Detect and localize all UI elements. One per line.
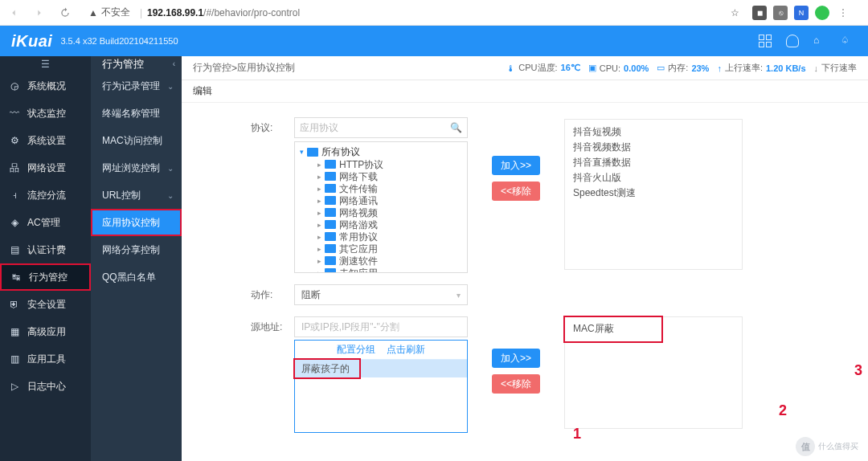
sub-nav-item[interactable]: 网络分享控制 <box>91 236 182 263</box>
annotation-2: 2 <box>779 402 787 419</box>
nav-icon: 品 <box>8 161 21 174</box>
watermark-logo-icon: 值 <box>796 437 815 456</box>
selected-protocols-box[interactable]: 抖音短视频抖音视频数据抖音直播数据抖音火山版Speedtest测速 <box>564 119 743 270</box>
brand-logo: iKuai <box>11 32 52 51</box>
main-nav-item[interactable]: ▷日志中心 <box>0 373 91 400</box>
extension-icon[interactable]: ◼ <box>752 6 767 20</box>
selected-protocol-item[interactable]: Speedtest测速 <box>573 186 734 201</box>
chevron-down-icon: ⌄ <box>167 82 174 91</box>
folder-icon <box>325 184 336 193</box>
extension-icon[interactable]: ⎋ <box>773 6 788 20</box>
source-group-entry[interactable]: 屏蔽孩子的 <box>295 360 467 377</box>
tree-node[interactable]: ▸未知应用 <box>300 267 467 273</box>
folder-icon <box>325 208 336 217</box>
url-path: /#/behavior/pro-control <box>203 7 300 18</box>
nav-icon: ▥ <box>8 353 21 365</box>
main-nav-item[interactable]: ▤认证计费 <box>0 236 91 263</box>
insecure-icon: ▲ 不安全 <box>88 6 130 19</box>
extension-icon[interactable]: N <box>794 6 809 20</box>
grid-icon[interactable] <box>759 35 772 47</box>
source-address-label: 源地址: <box>251 316 294 433</box>
page-title: 编辑 <box>182 80 868 103</box>
tree-node[interactable]: ▸网络游戏 <box>300 218 467 230</box>
source-group-list: 配置分组 点击刷新 屏蔽孩子的 <box>294 340 468 433</box>
main-nav-item[interactable]: ▦高级应用 <box>0 318 91 345</box>
sub-nav-item[interactable]: 网址浏览控制⌄ <box>91 154 182 182</box>
tree-node[interactable]: ▸网络通讯 <box>300 194 467 206</box>
home-icon[interactable]: ⌂ <box>813 35 826 47</box>
tree-node[interactable]: ▸网络下载 <box>300 170 467 182</box>
main-nav-item[interactable]: ⚙系统设置 <box>0 127 91 154</box>
breadcrumb-a[interactable]: 行为管控 <box>193 61 231 75</box>
svg-point-0 <box>842 9 844 10</box>
main-nav-item[interactable]: 品网络设置 <box>0 154 91 182</box>
selected-sources-box[interactable]: MAC屏蔽 <box>564 316 743 429</box>
nav-back-icon[interactable] <box>6 6 21 20</box>
add-protocol-button[interactable]: 加入>> <box>492 156 540 175</box>
protocol-tree[interactable]: ▾所有协议 ▸HTTP协议▸网络下载▸文件传输▸网络通讯▸网络视频▸网络游戏▸常… <box>294 141 468 273</box>
sub-nav-item[interactable]: 终端名称管理 <box>91 100 182 127</box>
sub-nav: 行为管控 ‹ 行为记录管理⌄终端名称管理MAC访问控制网址浏览控制⌄URL控制⌄… <box>91 56 182 461</box>
watermark: 值 什么值得买 <box>796 437 858 456</box>
selected-protocol-item[interactable]: 抖音直播数据 <box>573 155 734 170</box>
reload-icon[interactable] <box>58 6 72 20</box>
main-nav-item[interactable]: ▥应用工具 <box>0 345 91 373</box>
folder-icon <box>325 220 336 229</box>
tree-node[interactable]: ▸常用协议 <box>300 230 467 243</box>
main-nav-item[interactable]: ◶系统概况 <box>0 72 91 100</box>
url-bar[interactable]: ▲ 不安全 | 192.168.99.1/#/behavior/pro-cont… <box>84 3 744 22</box>
breadcrumb-b: 应用协议控制 <box>237 61 295 75</box>
menu-icon[interactable] <box>836 6 850 20</box>
nav-icon: ▤ <box>8 243 21 256</box>
tree-node[interactable]: ▸文件传输 <box>300 182 467 194</box>
tree-node[interactable]: ▸其它应用 <box>300 243 467 255</box>
cloud-icon[interactable] <box>786 35 799 47</box>
extensions-area: ◼ ⎋ N <box>752 6 862 20</box>
bell-icon[interactable]: ♤ <box>841 35 854 47</box>
breadcrumb-bar: 行为管控 > 应用协议控制 🌡CPU温度: 16℃ ▣CPU: 0.00% ▭内… <box>182 56 868 80</box>
folder-icon <box>325 268 336 273</box>
add-source-button[interactable]: 加入>> <box>492 349 540 368</box>
tree-node[interactable]: ▸网络视频 <box>300 206 467 218</box>
extension-icon[interactable] <box>815 6 829 20</box>
app-header: iKuai 3.5.4 x32 Build202104211550 ⌂ ♤ <box>0 26 868 56</box>
nav-icon: ◈ <box>8 216 21 229</box>
sub-nav-item[interactable]: QQ黑白名单 <box>91 263 182 291</box>
bookmark-star-icon[interactable]: ☆ <box>731 7 739 18</box>
remove-protocol-button[interactable]: <<移除 <box>492 182 540 201</box>
action-select[interactable]: 阻断 ▾ <box>294 284 468 305</box>
tree-node[interactable]: ▸HTTP协议 <box>300 158 467 170</box>
sub-nav-item[interactable]: 行为记录管理⌄ <box>91 72 182 100</box>
remove-source-button[interactable]: <<移除 <box>492 374 540 394</box>
config-group-tab[interactable]: 配置分组 <box>337 343 375 357</box>
nav-icon: ↹ <box>10 271 23 284</box>
refresh-button[interactable]: 点击刷新 <box>387 343 425 357</box>
selected-protocol-item[interactable]: 抖音短视频 <box>573 124 734 140</box>
chevron-down-icon: ⌄ <box>167 191 174 200</box>
source-address-input[interactable]: IP或IP段,IP段用"-"分割 <box>294 316 468 337</box>
sub-nav-item[interactable]: 应用协议控制 <box>91 209 182 236</box>
action-label: 动作: <box>251 284 294 305</box>
folder-icon <box>325 196 336 205</box>
nav-icon: ▷ <box>8 380 21 393</box>
memory-icon: ▭ <box>657 63 665 73</box>
folder-icon <box>325 232 336 241</box>
search-icon: 🔍 <box>450 122 462 133</box>
main-nav-item[interactable]: ↹行为管控 <box>0 263 91 291</box>
protocol-search-input[interactable]: 应用协议 🔍 <box>294 117 468 138</box>
nav-icon: ⛨ <box>8 298 21 311</box>
chevron-left-icon[interactable]: ‹ <box>173 59 175 68</box>
main-nav-item[interactable]: ⛨安全设置 <box>0 291 91 318</box>
sub-nav-item[interactable]: MAC访问控制 <box>91 127 182 154</box>
tree-node[interactable]: ▸测速软件 <box>300 255 467 267</box>
main-nav-item[interactable]: ⫞流控分流 <box>0 182 91 209</box>
nav-collapse-icon[interactable]: ☰ <box>0 56 91 72</box>
content-area: 行为管控 > 应用协议控制 🌡CPU温度: 16℃ ▣CPU: 0.00% ▭内… <box>182 56 868 461</box>
folder-icon <box>325 160 336 169</box>
main-nav-item[interactable]: 〰状态监控 <box>0 100 91 127</box>
main-nav-item[interactable]: ◈AC管理 <box>0 209 91 236</box>
sub-nav-item[interactable]: URL控制⌄ <box>91 182 182 209</box>
nav-forward-icon[interactable] <box>32 6 47 20</box>
selected-protocol-item[interactable]: 抖音视频数据 <box>573 140 734 155</box>
selected-protocol-item[interactable]: 抖音火山版 <box>573 170 734 186</box>
